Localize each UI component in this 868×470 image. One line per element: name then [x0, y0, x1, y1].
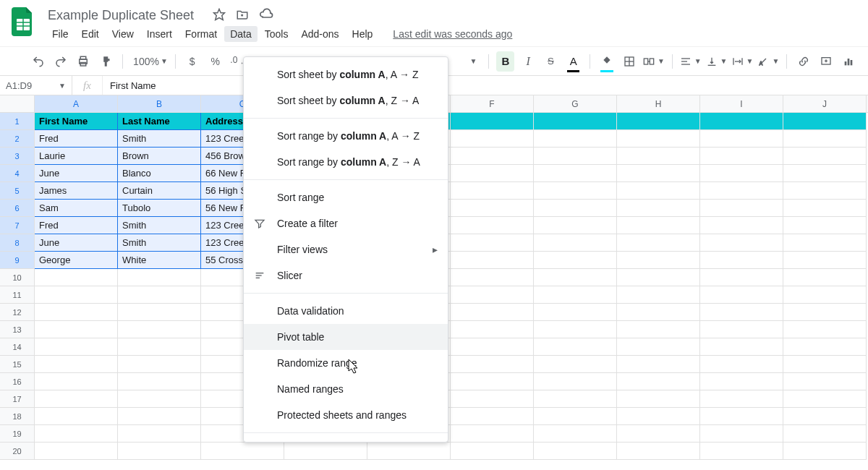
row-header[interactable]: 11 — [0, 286, 35, 304]
cell[interactable] — [451, 217, 534, 234]
col-header-J[interactable]: J — [783, 95, 867, 112]
cell[interactable]: Laurie — [35, 148, 118, 165]
row-header[interactable]: 2 — [0, 130, 35, 148]
strikethrough-button[interactable]: S — [542, 51, 560, 72]
randomize-range[interactable]: Randomize range — [244, 350, 448, 376]
cell[interactable]: Smith — [118, 217, 201, 234]
cell[interactable] — [451, 200, 534, 217]
row-header[interactable]: 19 — [0, 425, 35, 443]
cell[interactable] — [118, 408, 201, 425]
cell[interactable] — [35, 373, 118, 390]
cell[interactable]: Blanco — [118, 165, 201, 182]
cell[interactable] — [534, 113, 617, 130]
cell[interactable] — [783, 113, 867, 130]
cell[interactable] — [118, 304, 201, 321]
sort-range-za[interactable]: Sort range by column A, Z → A — [244, 149, 448, 175]
cell[interactable] — [617, 390, 700, 408]
cell[interactable] — [118, 373, 201, 390]
cell[interactable] — [783, 234, 867, 252]
row-header[interactable]: 12 — [0, 304, 35, 321]
cell[interactable] — [783, 390, 867, 408]
cell[interactable] — [700, 148, 783, 165]
menu-edit[interactable]: Edit — [76, 26, 105, 42]
cell[interactable] — [783, 252, 867, 269]
cell[interactable] — [700, 165, 783, 182]
cell[interactable] — [534, 200, 617, 217]
protected-sheets[interactable]: Protected sheets and ranges — [244, 402, 448, 428]
percent-button[interactable]: % — [206, 51, 225, 72]
menu-format[interactable]: Format — [179, 26, 223, 42]
slicer[interactable]: Slicer — [244, 262, 448, 289]
cell[interactable] — [617, 286, 700, 304]
cell[interactable] — [700, 443, 783, 460]
cell[interactable] — [534, 321, 617, 338]
row-header[interactable]: 17 — [0, 390, 35, 408]
menu-addons[interactable]: Add-ons — [295, 26, 344, 42]
cell[interactable]: Sam — [35, 200, 118, 217]
sort-range-az[interactable]: Sort range by column A, A → Z — [244, 123, 448, 149]
cell[interactable]: June — [35, 165, 118, 182]
bold-button[interactable]: B — [496, 51, 514, 72]
cell[interactable] — [617, 200, 700, 217]
row-header[interactable]: 4 — [0, 165, 35, 182]
halign-button[interactable]: ▼ — [680, 56, 702, 67]
link-button[interactable] — [794, 51, 812, 72]
cell[interactable]: Fred — [35, 217, 118, 234]
cell[interactable] — [700, 252, 783, 269]
cell[interactable] — [534, 356, 617, 373]
cell[interactable] — [617, 356, 700, 373]
cell[interactable] — [617, 113, 700, 130]
rotate-button[interactable]: A▼ — [757, 56, 779, 67]
cell[interactable] — [700, 200, 783, 217]
undo-button[interactable] — [29, 51, 47, 72]
cell[interactable] — [118, 269, 201, 286]
cell[interactable] — [617, 252, 700, 269]
cell[interactable] — [534, 234, 617, 252]
cell[interactable] — [700, 130, 783, 148]
cell[interactable] — [451, 390, 534, 408]
row-header[interactable]: 18 — [0, 408, 35, 425]
cell[interactable] — [783, 304, 867, 321]
cell[interactable] — [534, 408, 617, 425]
italic-button[interactable]: I — [519, 51, 537, 72]
sort-sheet-az[interactable]: Sort sheet by column A, A → Z — [244, 61, 448, 87]
merge-button[interactable]: ▼ — [643, 56, 665, 67]
cell[interactable]: George — [35, 252, 118, 269]
cell[interactable] — [617, 425, 700, 443]
cell[interactable] — [617, 182, 700, 200]
menu-file[interactable]: File — [46, 26, 75, 42]
row-header[interactable]: 20 — [0, 443, 35, 460]
cell[interactable] — [700, 356, 783, 373]
cell[interactable] — [451, 373, 534, 390]
cell[interactable] — [534, 165, 617, 182]
cell[interactable] — [617, 304, 700, 321]
menu-data[interactable]: Data — [224, 26, 258, 42]
cell[interactable] — [367, 443, 451, 460]
cell[interactable] — [700, 321, 783, 338]
star-icon[interactable] — [213, 8, 226, 21]
col-header-B[interactable]: B — [118, 95, 201, 112]
col-header-H[interactable]: H — [617, 95, 700, 112]
cell[interactable] — [118, 390, 201, 408]
col-header-A[interactable]: A — [35, 95, 118, 112]
pivot-table[interactable]: Pivot table — [244, 324, 448, 350]
cell[interactable] — [118, 356, 201, 373]
cell[interactable] — [700, 304, 783, 321]
sort-range[interactable]: Sort range — [244, 184, 448, 210]
name-box[interactable]: A1:D9▼ — [0, 76, 72, 95]
cell[interactable] — [35, 321, 118, 338]
cell[interactable] — [451, 286, 534, 304]
cell[interactable] — [617, 148, 700, 165]
cell[interactable] — [118, 286, 201, 304]
create-filter[interactable]: Create a filter — [244, 210, 448, 236]
zoom-select[interactable]: 100%▼ — [130, 56, 168, 67]
cell[interactable] — [534, 217, 617, 234]
row-header[interactable]: 14 — [0, 338, 35, 356]
cell[interactable] — [534, 425, 617, 443]
cell[interactable] — [451, 321, 534, 338]
menu-help[interactable]: Help — [346, 26, 379, 42]
cell[interactable] — [534, 373, 617, 390]
currency-button[interactable]: $ — [183, 51, 202, 72]
cell[interactable] — [451, 443, 534, 460]
cell[interactable] — [783, 286, 867, 304]
